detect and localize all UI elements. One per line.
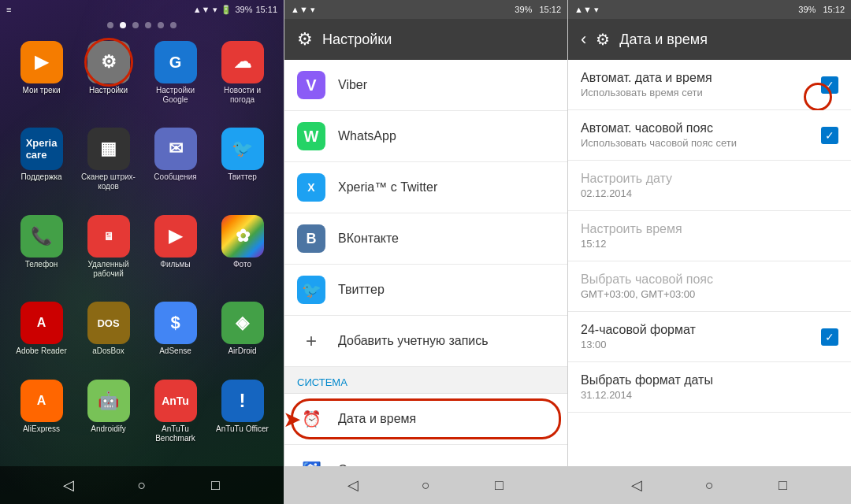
settings-nav-bar: ◁ ○ □ — [284, 466, 567, 504]
app-antutu-officer[interactable]: ! AnTuTu Officer — [210, 376, 274, 460]
app-news[interactable]: ☁ Новости и погода — [210, 38, 274, 121]
signal-icon: ▲▼ ▾ — [574, 5, 599, 14]
home-button-settings[interactable]: ○ — [412, 471, 440, 499]
signal-icon: ▲▼ — [193, 5, 210, 14]
app-aliexpress[interactable]: A AliExpress — [9, 376, 73, 460]
dt-set-date-subtitle: 02.12.2014 — [581, 187, 838, 199]
settings-item-whatsapp[interactable]: W WhatsApp — [284, 111, 567, 162]
datetime-settings-icon: ⚙ — [596, 30, 610, 49]
clock: 15:12 — [823, 5, 845, 14]
app-my-tracks[interactable]: ▶ Мои треки — [9, 38, 73, 121]
app-adsense[interactable]: $ AdSense — [143, 298, 207, 372]
settings-item-twitter[interactable]: 🐦 Твиттер — [284, 265, 567, 316]
format-24h-checkbox[interactable]: ✓ — [821, 328, 838, 346]
settings-item-xperia-twitter[interactable]: X Xperia™ с Twitter — [284, 162, 567, 213]
app-label-twitter-home: Твиттер — [228, 172, 257, 182]
accessibility-icon: ♿ — [297, 456, 325, 466]
auto-timezone-checkbox[interactable]: ✓ — [821, 127, 838, 144]
settings-whatsapp-label: WhatsApp — [338, 129, 396, 143]
recent-button-settings[interactable]: □ — [485, 471, 514, 499]
back-button-settings[interactable]: ◁ — [339, 471, 367, 499]
app-label-barcode: Сканер штрих-кодов — [78, 172, 139, 191]
datetime-status-left: ▲▼ ▾ — [574, 5, 599, 15]
dt-24h-title: 24-часовой формат — [581, 323, 821, 337]
home-screen: ≡ ▲▼ ▾ 🔋 39% 15:11 ▶ Мои треки ⚙ — [0, 0, 284, 504]
settings-status-right: 39% 15:12 — [515, 5, 561, 14]
app-icon-twitter-home: 🐦 — [221, 128, 264, 170]
whatsapp-icon: W — [297, 122, 325, 150]
app-icon-androidify: 🤖 — [87, 380, 130, 422]
app-icon-adobe: A — [20, 302, 63, 344]
settings-item-viber[interactable]: V Viber — [284, 60, 567, 111]
back-icon[interactable]: ‹ — [581, 29, 586, 50]
home-button-dt[interactable]: ○ — [696, 471, 724, 499]
app-remote[interactable]: 🖥 Удаленный рабочий — [76, 212, 140, 295]
auto-date-checkbox[interactable]: ✓ — [821, 76, 838, 94]
dt-item-24h[interactable]: 24-часовой формат 13:00 ✓ — [568, 312, 851, 362]
settings-twitter-label: Твиттер — [338, 283, 385, 297]
recent-button[interactable]: □ — [201, 471, 229, 499]
app-icon-dosbox: DOS — [87, 302, 130, 344]
app-messages[interactable]: ✉ Сообщения — [143, 124, 207, 208]
app-dosbox[interactable]: DOS aDosBox — [76, 298, 140, 372]
dt-date-format-text: Выбрать формат даты 31.12.2014 — [581, 373, 838, 401]
hamburger-icon: ≡ — [6, 5, 11, 14]
app-label-settings: Настройки — [89, 86, 128, 95]
recent-button-dt[interactable]: □ — [769, 471, 797, 499]
settings-item-add-account[interactable]: + Добавить учетную запись — [284, 316, 567, 367]
app-films[interactable]: ▶ Фильмы — [143, 212, 207, 295]
dt-auto-date-subtitle: Использовать время сети — [581, 87, 821, 98]
xperia-twitter-icon: X — [297, 173, 325, 202]
app-label-dosbox: aDosBox — [92, 346, 124, 356]
home-button[interactable]: ○ — [128, 471, 156, 499]
home-nav-bar: ◁ ○ □ — [0, 466, 284, 504]
dt-item-auto-date[interactable]: ➤ Автомат. дата и время Использовать вре… — [568, 60, 851, 110]
app-barcode[interactable]: ▦ Сканер штрих-кодов — [76, 124, 140, 208]
datetime-icon: ⏰ — [297, 405, 325, 433]
datetime-status-bar: ▲▼ ▾ 39% 15:12 — [568, 0, 851, 19]
app-icon-xperia: Xperiacare — [20, 128, 63, 170]
status-left: ≡ — [6, 5, 11, 14]
app-twitter-home[interactable]: 🐦 Твиттер — [210, 124, 274, 208]
dt-item-date-format[interactable]: Выбрать формат даты 31.12.2014 — [568, 362, 851, 413]
settings-item-vk[interactable]: B ВКонтакте — [284, 213, 567, 265]
app-adobe[interactable]: A Adobe Reader — [9, 298, 73, 372]
dt-set-time-text: Настроить время 15:12 — [581, 222, 838, 250]
dot-2 — [120, 22, 126, 28]
app-androidify[interactable]: 🤖 Androidify — [76, 376, 140, 460]
dt-auto-date-title: Автомат. дата и время — [581, 71, 821, 85]
app-settings-google[interactable]: G Настройки Google — [143, 38, 207, 121]
dt-auto-timezone-text: Автомат. часовой пояс Использовать часов… — [581, 121, 821, 149]
app-label-films: Фильмы — [160, 260, 190, 269]
back-button-dt[interactable]: ◁ — [622, 471, 651, 499]
settings-item-accessibility[interactable]: ♿ Специальные возможности — [284, 445, 567, 466]
settings-item-datetime[interactable]: ➤ ⏰ Дата и время — [284, 394, 567, 445]
datetime-nav-bar: ◁ ○ □ — [568, 466, 851, 504]
app-xperia[interactable]: Xperiacare Поддержка — [9, 124, 73, 208]
app-label-adsense: AdSense — [159, 346, 191, 356]
clock: 15:12 — [539, 5, 561, 14]
settings-icon: ⚙ — [297, 29, 313, 50]
app-phone[interactable]: 📞 Телефон — [9, 212, 73, 295]
dt-auto-timezone-subtitle: Использовать часовой пояс сети — [581, 137, 821, 149]
back-button[interactable]: ◁ — [54, 471, 83, 499]
dt-timezone-text: Выбрать часовой пояс GMT+03:00, GMT+03:0… — [581, 272, 838, 300]
dt-24h-text: 24-часовой формат 13:00 — [581, 323, 821, 350]
app-antutu-bench[interactable]: AnTu AnTuTu Benchmark — [143, 376, 207, 460]
app-photos[interactable]: ✿ Фото — [210, 212, 274, 295]
app-settings[interactable]: ⚙ Настройки — [76, 38, 140, 121]
settings-status-bar: ▲▼ ▾ 39% 15:12 — [284, 0, 567, 19]
app-label-adobe: Adobe Reader — [16, 346, 67, 356]
add-account-icon: + — [297, 327, 325, 355]
dt-item-timezone: Выбрать часовой пояс GMT+03:00, GMT+03:0… — [568, 261, 851, 312]
home-status-bar: ≡ ▲▼ ▾ 🔋 39% 15:11 — [0, 0, 284, 19]
app-icon-aliexpress: A — [20, 380, 63, 422]
dt-item-auto-timezone[interactable]: Автомат. часовой пояс Использовать часов… — [568, 110, 851, 161]
app-icon-antutu-officer: ! — [221, 380, 264, 422]
dt-set-date-title: Настроить дату — [581, 172, 838, 186]
app-icon-remote: 🖥 — [87, 215, 130, 258]
datetime-header: ‹ ⚙ Дата и время — [568, 19, 851, 60]
app-airdroid[interactable]: ◈ AirDroid — [210, 298, 274, 372]
app-label-remote: Удаленный рабочий — [78, 260, 139, 279]
settings-datetime-label: Дата и время — [338, 412, 416, 426]
